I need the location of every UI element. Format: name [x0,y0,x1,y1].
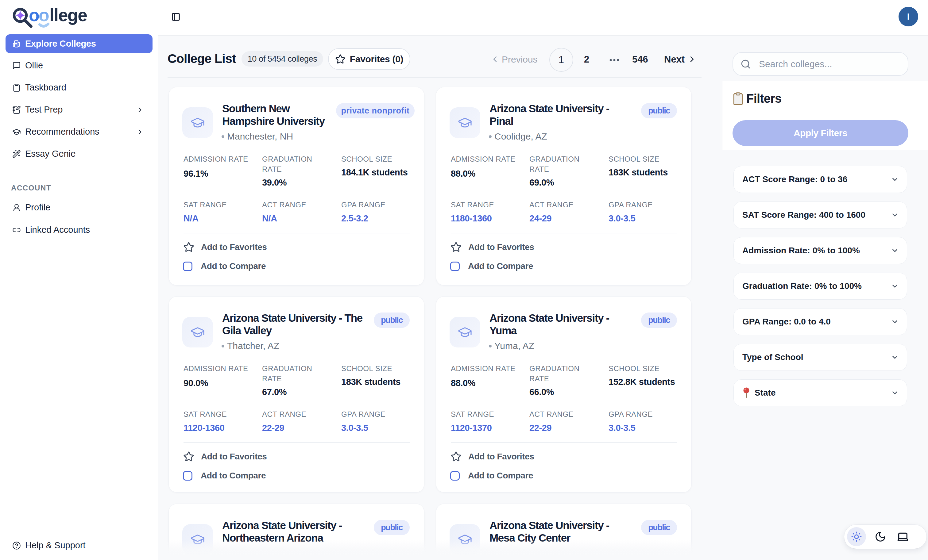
svg-text:o: o [29,5,39,25]
svg-text:llege: llege [49,5,87,25]
svg-text:o: o [39,5,49,25]
